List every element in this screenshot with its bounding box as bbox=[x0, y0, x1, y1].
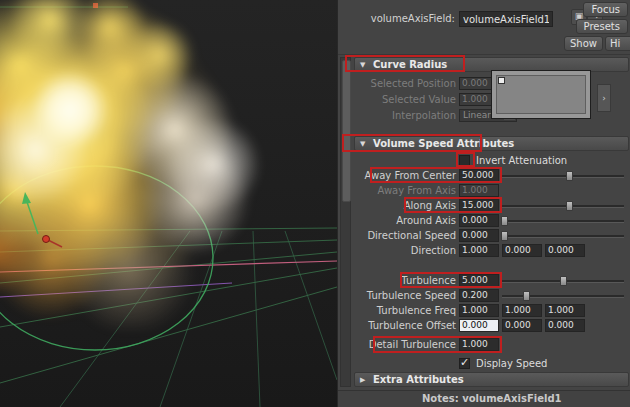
turbulence-freq-x-field[interactable]: 1.000 bbox=[459, 304, 499, 317]
away-from-center-field[interactable]: 50.000 bbox=[459, 169, 499, 182]
header-divider bbox=[338, 54, 630, 55]
interpolation-value: Linear bbox=[463, 110, 491, 120]
slider-handle[interactable] bbox=[566, 171, 573, 181]
around-axis-label: Around Axis bbox=[354, 214, 456, 227]
ramp-expand-button[interactable]: › bbox=[597, 84, 611, 112]
notes-bar[interactable]: Notes: volumeAxisField1 bbox=[338, 390, 630, 407]
turbulence-offset-label: Turbulence Offset bbox=[354, 319, 456, 332]
selected-position-label: Selected Position bbox=[354, 77, 456, 90]
viewport-3d[interactable] bbox=[0, 0, 337, 407]
curve-ramp-canvas[interactable] bbox=[496, 75, 586, 114]
chevron-right-icon: ▶ bbox=[360, 374, 365, 387]
direction-y-field[interactable]: 0.000 bbox=[502, 244, 542, 257]
chevron-down-icon: ▼ bbox=[360, 138, 365, 151]
node-name-input[interactable] bbox=[459, 11, 553, 27]
field-manipulator[interactable] bbox=[0, 0, 337, 407]
focus-button[interactable]: Focus bbox=[583, 2, 628, 17]
hide-button[interactable]: Hi bbox=[605, 36, 630, 51]
display-speed-checkbox[interactable]: ✓ bbox=[459, 358, 470, 369]
section-title: Curve Radius bbox=[373, 59, 447, 70]
turbulence-freq-label: Turbulence Freq bbox=[354, 304, 456, 317]
row-away-from-center: Away From Center 50.000 bbox=[354, 169, 629, 183]
away-from-center-label: Away From Center bbox=[354, 169, 456, 182]
turbulence-field[interactable]: 5.000 bbox=[459, 274, 499, 287]
section-extra-attributes[interactable]: ▶ Extra Attributes bbox=[354, 372, 629, 387]
row-directional-speed: Directional Speed 0.000 bbox=[354, 229, 629, 243]
presets-button[interactable]: Presets bbox=[576, 19, 628, 34]
direction-z-field[interactable]: 0.000 bbox=[545, 244, 585, 257]
manip-origin-dot bbox=[43, 236, 50, 243]
detail-turbulence-field[interactable]: 1.000 bbox=[459, 338, 499, 351]
row-turbulence-offset: Turbulence Offset 0.000 0.000 0.000 bbox=[354, 319, 629, 333]
away-from-axis-field[interactable]: 1.000 bbox=[459, 184, 499, 197]
away-from-axis-label: Away From Axis bbox=[354, 184, 456, 197]
section-title: Extra Attributes bbox=[373, 374, 464, 385]
row-turbulence-speed: Turbulence Speed 0.200 bbox=[354, 289, 629, 303]
node-name-label: volumeAxisField: bbox=[338, 13, 455, 24]
turbulence-slider[interactable] bbox=[502, 276, 624, 286]
slider-handle[interactable] bbox=[560, 276, 567, 286]
turbulence-freq-y-field[interactable]: 1.000 bbox=[502, 304, 542, 317]
turbulence-offset-z-field[interactable]: 0.000 bbox=[545, 319, 585, 332]
along-axis-field[interactable]: 15.000 bbox=[459, 199, 499, 212]
row-invert-attenuation: Invert Attenuation bbox=[354, 154, 629, 168]
slider-track bbox=[502, 220, 624, 223]
ae-scrollbar-thumb[interactable] bbox=[342, 60, 351, 202]
row-direction: Direction 1.000 0.000 0.000 bbox=[354, 244, 629, 258]
row-display-speed: ✓ Display Speed bbox=[354, 357, 629, 371]
slider-track bbox=[502, 235, 624, 238]
around-axis-field[interactable]: 0.000 bbox=[459, 214, 499, 227]
slider-track bbox=[502, 295, 624, 298]
away-from-center-slider[interactable] bbox=[502, 171, 624, 181]
curve-ramp-widget[interactable] bbox=[491, 70, 591, 119]
directional-speed-slider[interactable] bbox=[502, 231, 624, 241]
direction-label: Direction bbox=[354, 244, 456, 257]
directional-speed-label: Directional Speed bbox=[354, 229, 456, 242]
directional-speed-field[interactable]: 0.000 bbox=[459, 229, 499, 242]
slider-handle[interactable] bbox=[501, 216, 508, 226]
slider-track bbox=[502, 205, 624, 208]
manip-axis-line bbox=[27, 202, 38, 234]
row-away-from-axis: Away From Axis 1.000 bbox=[354, 184, 629, 198]
invert-attenuation-checkbox[interactable] bbox=[459, 155, 470, 166]
check-icon: ✓ bbox=[460, 356, 469, 369]
detail-turbulence-label: Detail Turbulence bbox=[354, 338, 456, 351]
row-along-axis: Along Axis 15.000 bbox=[354, 199, 629, 213]
section-title: Volume Speed Attributes bbox=[373, 138, 514, 149]
turbulence-speed-label: Turbulence Speed bbox=[354, 289, 456, 302]
row-turbulence-freq: Turbulence Freq 1.000 1.000 1.000 bbox=[354, 304, 629, 318]
turbulence-label: Turbulence bbox=[354, 274, 456, 287]
maya-window: volumeAxisField: ▣ ↪ Focus Presets Show … bbox=[0, 0, 630, 407]
ae-scrollbar[interactable] bbox=[340, 57, 351, 387]
notes-label: Notes: volumeAxisField1 bbox=[422, 393, 562, 404]
chevron-down-icon: ▼ bbox=[360, 59, 365, 72]
display-speed-label: Display Speed bbox=[476, 357, 547, 370]
ramp-key-marker[interactable] bbox=[498, 77, 505, 84]
attribute-editor: volumeAxisField: ▣ ↪ Focus Presets Show … bbox=[337, 0, 630, 407]
around-axis-slider[interactable] bbox=[502, 216, 624, 226]
along-axis-slider[interactable] bbox=[502, 201, 624, 211]
turbulence-speed-slider[interactable] bbox=[502, 291, 624, 301]
slider-track bbox=[502, 175, 624, 178]
manip-arrow-icon bbox=[22, 192, 31, 204]
selected-value-label: Selected Value bbox=[354, 93, 456, 106]
row-detail-turbulence: Detail Turbulence 1.000 bbox=[354, 338, 629, 352]
slider-handle[interactable] bbox=[501, 231, 508, 241]
row-turbulence: Turbulence 5.000 bbox=[354, 274, 629, 288]
turbulence-speed-field[interactable]: 0.200 bbox=[459, 289, 499, 302]
turbulence-freq-z-field[interactable]: 1.000 bbox=[545, 304, 585, 317]
show-button[interactable]: Show bbox=[564, 36, 603, 51]
turbulence-offset-y-field[interactable]: 0.000 bbox=[502, 319, 542, 332]
row-around-axis: Around Axis 0.000 bbox=[354, 214, 629, 228]
direction-x-field[interactable]: 1.000 bbox=[459, 244, 499, 257]
along-axis-label: Along Axis bbox=[354, 199, 456, 212]
section-volume-speed[interactable]: ▼ Volume Speed Attributes bbox=[354, 136, 629, 151]
interpolation-label: Interpolation bbox=[354, 109, 456, 122]
slider-handle[interactable] bbox=[523, 291, 530, 301]
turbulence-offset-x-field[interactable]: 0.000 bbox=[459, 319, 499, 332]
slider-handle[interactable] bbox=[566, 201, 573, 211]
invert-attenuation-label: Invert Attenuation bbox=[476, 154, 567, 167]
